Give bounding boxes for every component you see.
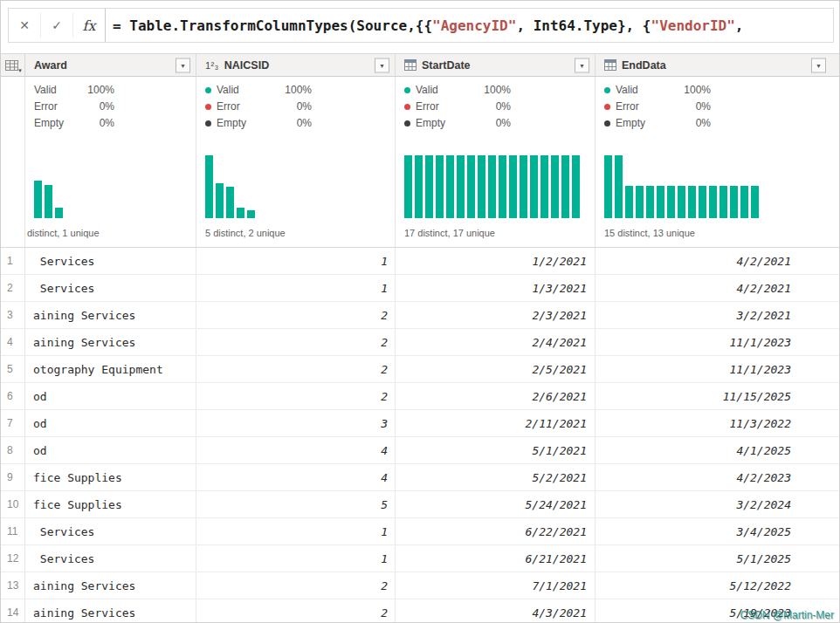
row-number[interactable]: 6 xyxy=(1,383,25,409)
distribution-bar xyxy=(625,186,633,218)
cell[interactable]: Services xyxy=(25,518,196,544)
cell[interactable]: 4/2/2021 xyxy=(596,248,840,274)
cell[interactable]: 2 xyxy=(196,599,396,623)
cell[interactable]: 5/1/2021 xyxy=(396,437,596,463)
quality-label: Empty xyxy=(616,117,645,129)
quality-percent: 100% xyxy=(684,84,711,96)
column-header-naicsid[interactable]: 1²₃NAICSID▼ xyxy=(196,54,396,76)
quality-percent: 0% xyxy=(100,117,114,129)
cell[interactable]: 4/2/2021 xyxy=(596,275,840,301)
cell[interactable]: 2 xyxy=(196,329,396,355)
cell[interactable]: Services xyxy=(25,545,196,572)
formula-input[interactable]: = Table.TransformColumnTypes(Source,{{"A… xyxy=(105,9,833,42)
cell[interactable]: 5/12/2022 xyxy=(596,572,840,599)
cell[interactable]: 2 xyxy=(196,383,396,409)
row-number[interactable]: 13 xyxy=(1,572,25,599)
cell[interactable]: 2/11/2021 xyxy=(396,410,596,436)
cell[interactable]: fice Supplies xyxy=(25,464,196,490)
quality-label: Valid xyxy=(616,84,638,96)
cell[interactable]: 1 xyxy=(196,545,396,572)
cell[interactable]: 2/4/2021 xyxy=(396,329,596,355)
row-number[interactable]: 5 xyxy=(1,356,25,382)
distribution-bar xyxy=(730,186,738,218)
cell[interactable]: 4/1/2025 xyxy=(596,437,840,463)
select-all-corner[interactable]: ▼ xyxy=(1,54,25,76)
cell[interactable]: 1 xyxy=(196,248,396,274)
distribution-bar xyxy=(436,155,444,218)
cell[interactable]: 11/3/2022 xyxy=(596,410,840,436)
distribution-bar xyxy=(34,181,42,218)
cell[interactable]: 4 xyxy=(196,464,396,490)
cell[interactable]: otography Equipment xyxy=(25,356,196,382)
fx-button[interactable]: fx xyxy=(73,9,105,42)
filter-dropdown-button[interactable]: ▼ xyxy=(575,58,589,72)
cell[interactable]: Services xyxy=(25,275,196,301)
confirm-button[interactable]: ✓ xyxy=(41,9,72,42)
cell[interactable]: 2/5/2021 xyxy=(396,356,596,382)
row-number[interactable]: 3 xyxy=(1,302,25,328)
cell[interactable]: 2 xyxy=(196,356,396,382)
cell[interactable]: 3/4/2025 xyxy=(596,518,840,544)
row-number[interactable]: 7 xyxy=(1,410,25,436)
cell[interactable]: 5/1/2025 xyxy=(596,545,840,572)
cell[interactable]: fice Supplies xyxy=(25,491,196,517)
row-number[interactable]: 10 xyxy=(1,491,25,517)
row-number[interactable]: 9 xyxy=(1,464,25,490)
cell[interactable]: 3/2/2021 xyxy=(596,302,840,328)
column-header-enddata[interactable]: EndData▼ xyxy=(596,54,840,76)
column-header-award[interactable]: Award▼ xyxy=(25,54,196,76)
cell[interactable]: 4 xyxy=(196,437,396,463)
date-type-icon xyxy=(604,59,616,71)
distribution-bar xyxy=(520,155,527,218)
watermark: CSDN @Martin-Mer xyxy=(740,609,834,621)
cell[interactable]: Services xyxy=(25,248,196,274)
filter-dropdown-button[interactable]: ▼ xyxy=(375,58,389,72)
cell[interactable]: od xyxy=(25,383,196,409)
cell[interactable]: 11/15/2025 xyxy=(596,383,840,409)
cell[interactable]: od xyxy=(25,437,196,463)
cell[interactable]: 2 xyxy=(196,302,396,328)
quality-percent: 0% xyxy=(696,100,711,113)
row-number[interactable]: 14 xyxy=(1,599,25,623)
cell[interactable]: 11/1/2023 xyxy=(596,329,840,355)
cell[interactable]: 11/1/2023 xyxy=(596,356,840,382)
value-distribution xyxy=(205,155,255,218)
row-number[interactable]: 4 xyxy=(1,329,25,355)
cell[interactable]: 2 xyxy=(196,572,396,599)
cell[interactable]: 1/2/2021 xyxy=(396,248,596,274)
cell[interactable]: 5 xyxy=(196,491,396,517)
empty-dot xyxy=(604,120,610,127)
cell[interactable]: aining Services xyxy=(25,329,196,355)
cell[interactable]: 3 xyxy=(196,410,396,436)
row-number[interactable]: 8 xyxy=(1,437,25,463)
cell[interactable]: 4/2/2023 xyxy=(596,464,840,490)
cell[interactable]: 6/22/2021 xyxy=(396,518,596,544)
cell[interactable]: 1 xyxy=(196,518,396,544)
cell[interactable]: 1/3/2021 xyxy=(396,275,596,301)
cell[interactable]: 1 xyxy=(196,275,396,301)
table-row: 4aining Services22/4/202111/1/2023 xyxy=(1,329,839,356)
cell[interactable]: 7/1/2021 xyxy=(396,572,596,599)
cell[interactable]: 6/21/2021 xyxy=(396,545,596,572)
row-number[interactable]: 12 xyxy=(1,545,25,572)
row-number[interactable]: 11 xyxy=(1,518,25,544)
quality-percent: 100% xyxy=(484,84,511,96)
row-number[interactable]: 1 xyxy=(1,248,25,274)
cell[interactable]: aining Services xyxy=(25,572,196,599)
filter-dropdown-button[interactable]: ▼ xyxy=(176,58,190,72)
cancel-button[interactable]: ✕ xyxy=(9,9,40,42)
row-number[interactable]: 2 xyxy=(1,275,25,301)
cell[interactable]: od xyxy=(25,410,196,436)
distribution-bar xyxy=(467,155,475,218)
cell[interactable]: aining Services xyxy=(25,599,196,623)
cell[interactable]: 2/6/2021 xyxy=(396,383,596,409)
formula-text: = Table.TransformColumnTypes(Source,{{"A… xyxy=(113,17,743,34)
column-header-startdate[interactable]: StartDate▼ xyxy=(396,54,596,76)
cell[interactable]: 4/3/2021 xyxy=(396,599,596,623)
filter-dropdown-button[interactable]: ▼ xyxy=(811,58,826,72)
cell[interactable]: aining Services xyxy=(25,302,196,328)
cell[interactable]: 5/2/2021 xyxy=(396,464,596,490)
cell[interactable]: 5/24/2021 xyxy=(396,491,596,517)
cell[interactable]: 3/2/2024 xyxy=(596,491,840,517)
cell[interactable]: 2/3/2021 xyxy=(396,302,596,328)
